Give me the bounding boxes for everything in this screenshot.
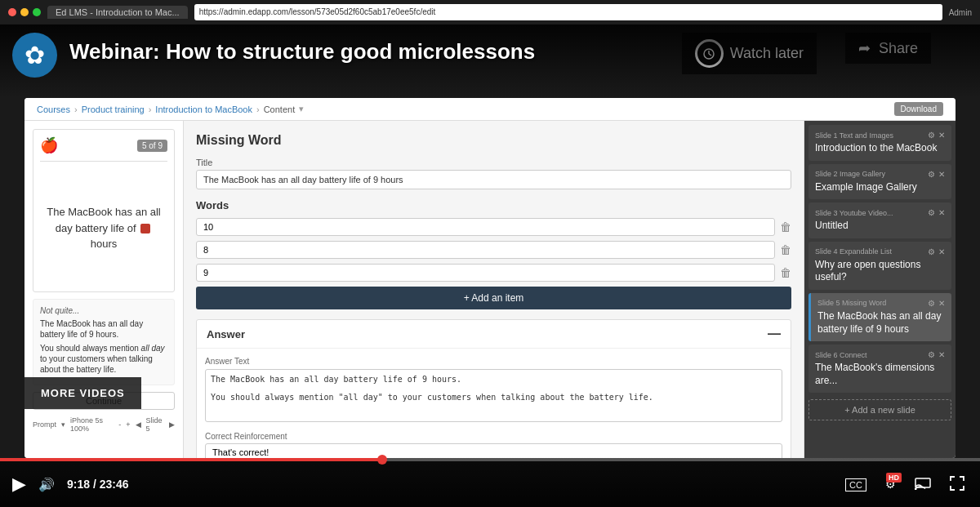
- video-controls: ▶ 🔊 9:18 / 23:46 CC ⚙ HD: [0, 458, 980, 507]
- breadcrumb-courses[interactable]: Courses: [37, 105, 70, 114]
- add-item-button[interactable]: + Add an item: [196, 287, 791, 309]
- word-input-1[interactable]: [196, 218, 775, 236]
- download-button[interactable]: Download: [894, 102, 943, 116]
- form-title: Missing Word: [196, 133, 791, 148]
- slide-1-type: Slide 1 Text and Images: [815, 131, 893, 140]
- answer-header: Answer —: [197, 320, 791, 349]
- form-panel: Missing Word Title Words 🗑 🗑 🗑: [184, 121, 804, 458]
- breadcrumb-content[interactable]: Content: [264, 105, 296, 114]
- slide-6-type: Slide 6 Connect: [815, 351, 867, 359]
- title-group: Title: [196, 158, 791, 189]
- collapse-icon[interactable]: —: [768, 327, 781, 341]
- apple-logo-icon: 🍎: [40, 136, 58, 154]
- url-bar[interactable]: https://admin.edapp.com/lesson/573e05d2f…: [194, 4, 942, 20]
- answer-section: Answer — Answer Text The MacBook has an …: [196, 319, 791, 458]
- cc-icon: CC: [845, 478, 866, 491]
- breadcrumb-bar: Courses › Product training › Introductio…: [24, 98, 956, 121]
- delete-word-1-button[interactable]: 🗑: [780, 220, 791, 233]
- slide-5-close-icon[interactable]: ✕: [938, 299, 945, 308]
- not-quite-title: Not quite...: [40, 306, 167, 315]
- slide-5-title: The MacBook has an all day battery life …: [817, 310, 945, 336]
- maximize-dot[interactable]: [33, 8, 41, 16]
- video-header: ✿ Webinar: How to structure good microle…: [0, 24, 980, 98]
- user-label: Admin: [949, 8, 972, 17]
- answer-text-label: Answer Text: [205, 357, 782, 366]
- not-quite-hint: You should always mention all day to you…: [40, 343, 167, 375]
- slide-1-title: Introduction to the MacBook: [815, 142, 945, 155]
- app-content: 🍎 5 of 9 The MacBook has an all day batt…: [24, 121, 956, 458]
- slide-item-1[interactable]: Slide 1 Text and Images ⚙ ✕ Introduction…: [808, 125, 951, 161]
- prompt-label[interactable]: Prompt: [33, 420, 56, 429]
- slide-4-close-icon[interactable]: ✕: [938, 247, 945, 256]
- close-dot[interactable]: [8, 8, 16, 16]
- add-slide-button[interactable]: + Add a new slide: [808, 399, 951, 420]
- slide-3-title: Untitled: [815, 220, 945, 233]
- correct-reinforcement-input[interactable]: [205, 443, 782, 458]
- preview-toolbar: Prompt ▾ iPhone 5s 100% - + ◀ Slide 5 ▶: [33, 416, 175, 433]
- slide-6-title: The MacBook's dimensions are...: [815, 362, 945, 387]
- breadcrumb-macbook[interactable]: Introduction to MacBook: [155, 105, 252, 114]
- gear-icon: ✿: [24, 41, 45, 69]
- progress-bar[interactable]: [0, 458, 980, 461]
- cast-button[interactable]: [911, 477, 934, 492]
- slide-counter: 5 of 9: [137, 140, 167, 152]
- volume-button[interactable]: 🔊: [38, 477, 55, 492]
- word-input-2[interactable]: [196, 241, 775, 259]
- title-input[interactable]: [196, 170, 791, 189]
- browser-bar: Ed LMS - Introduction to Mac... https://…: [0, 0, 980, 24]
- slide-2-type: Slide 2 Image Gallery: [815, 170, 885, 178]
- svg-rect-3: [915, 478, 930, 487]
- progress-bar-fill: [0, 458, 382, 461]
- slide-4-settings-icon[interactable]: ⚙: [928, 247, 935, 256]
- slide-4-title: Why are open questions useful?: [815, 259, 945, 284]
- slide-3-type: Slide 3 Youtube Video...: [815, 209, 893, 217]
- fullscreen-icon: [950, 476, 964, 491]
- answer-textarea[interactable]: The MacBook has an all day battery life …: [205, 369, 782, 422]
- not-quite-box: Not quite... The MacBook has an all day …: [33, 299, 175, 385]
- hd-badge: HD: [886, 473, 902, 483]
- slide-6-close-icon[interactable]: ✕: [938, 350, 945, 359]
- window-controls: [8, 8, 41, 16]
- slides-panel: Slide 1 Text and Images ⚙ ✕ Introduction…: [804, 121, 956, 458]
- slide-4-type: Slide 4 Expandable List: [815, 247, 892, 256]
- word-row-1: 🗑: [196, 218, 791, 236]
- slide-3-close-icon[interactable]: ✕: [938, 208, 945, 217]
- slide-item-5[interactable]: Slide 5 Missing Word ⚙ ✕ The MacBook has…: [808, 293, 951, 341]
- title-label: Title: [196, 158, 791, 167]
- breadcrumb-training[interactable]: Product training: [82, 105, 145, 114]
- delete-word-3-button[interactable]: 🗑: [780, 266, 791, 279]
- delete-word-2-button[interactable]: 🗑: [780, 243, 791, 256]
- not-quite-body: The MacBook has an all day battery life …: [40, 318, 167, 340]
- logo: ✿: [12, 33, 57, 78]
- preview-question-text: The MacBook has an all day battery life …: [40, 171, 167, 285]
- slide-2-settings-icon[interactable]: ⚙: [928, 170, 935, 179]
- minimize-dot[interactable]: [20, 8, 29, 16]
- app-screenshot: Courses › Product training › Introductio…: [24, 98, 956, 458]
- slide-item-3[interactable]: Slide 3 Youtube Video... ⚙ ✕ Untitled: [808, 202, 951, 238]
- fullscreen-button[interactable]: [947, 476, 968, 493]
- slide-item-4[interactable]: Slide 4 Expandable List ⚙ ✕ Why are open…: [808, 242, 951, 290]
- slide-2-close-icon[interactable]: ✕: [938, 170, 945, 179]
- slide-5-settings-icon[interactable]: ⚙: [928, 299, 935, 308]
- answer-body: Answer Text The MacBook has an all day b…: [197, 349, 791, 458]
- answer-label: Answer: [207, 328, 245, 340]
- slide-item-2[interactable]: Slide 2 Image Gallery ⚙ ✕ Example Image …: [808, 164, 951, 200]
- browser-tab[interactable]: Ed LMS - Introduction to Mac...: [47, 6, 188, 19]
- play-button[interactable]: ▶: [12, 474, 26, 495]
- cc-button[interactable]: CC: [842, 478, 870, 491]
- more-videos-button[interactable]: MORE VIDEOS: [24, 377, 141, 409]
- slide-6-settings-icon[interactable]: ⚙: [928, 350, 935, 359]
- slide-item-6[interactable]: Slide 6 Connect ⚙ ✕ The MacBook's dimens…: [808, 345, 951, 393]
- word-row-3: 🗑: [196, 264, 791, 282]
- progress-thumb[interactable]: [377, 455, 387, 465]
- word-input-3[interactable]: [196, 264, 775, 282]
- slide-3-settings-icon[interactable]: ⚙: [928, 208, 935, 217]
- slide-nav-label[interactable]: Slide 5: [146, 416, 164, 433]
- slide-1-settings-icon[interactable]: ⚙: [928, 131, 935, 140]
- slide-1-close-icon[interactable]: ✕: [938, 131, 945, 140]
- word-row-2: 🗑: [196, 241, 791, 259]
- correct-reinforcement-label: Correct Reinforcement: [205, 432, 782, 441]
- cast-icon: [915, 477, 931, 490]
- slide-2-title: Example Image Gallery: [815, 181, 945, 194]
- device-label[interactable]: iPhone 5s 100%: [70, 416, 114, 433]
